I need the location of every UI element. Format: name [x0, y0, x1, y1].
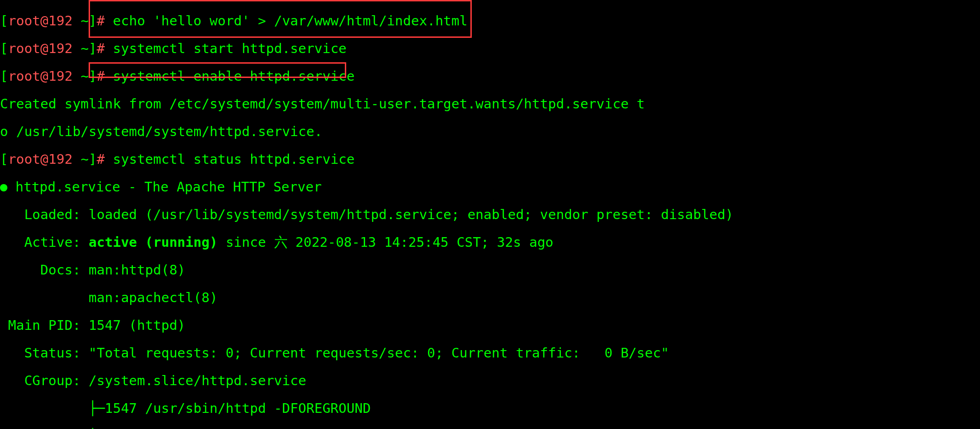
command-echo: echo 'hello word' > /var/www/html/index.… [113, 13, 468, 29]
cmd-line-2: [root@192 ~]# systemctl start httpd.serv… [0, 42, 980, 55]
status-mainpid: Main PID: 1547 (httpd) [0, 318, 980, 332]
terminal-window[interactable]: [root@192 ~]# echo 'hello word' > /var/w… [0, 0, 980, 429]
symlink-output-b: o /usr/lib/systemd/system/httpd.service. [0, 125, 980, 138]
cmd-line-4: [root@192 ~]# systemctl status httpd.ser… [0, 152, 980, 166]
status-statusline: Status: "Total requests: 0; Current requ… [0, 346, 980, 360]
cmd-line-3: [root@192 ~]# systemctl enable httpd.ser… [0, 69, 980, 83]
status-active: Active: active (running) since 六 2022-08… [0, 235, 980, 249]
active-state: active (running) [89, 234, 217, 250]
command-enable: systemctl enable httpd.service [113, 68, 355, 84]
status-loaded: Loaded: loaded (/usr/lib/systemd/system/… [0, 208, 980, 221]
symlink-output-a: Created symlink from /etc/systemd/system… [0, 97, 980, 111]
command-start: systemctl start httpd.service [113, 41, 347, 56]
status-docs1: Docs: man:httpd(8) [0, 263, 980, 277]
status-cgroup: CGroup: /system.slice/httpd.service [0, 374, 980, 387]
status-unit: httpd.service - The Apache HTTP Server [0, 180, 980, 194]
active-dot-icon [0, 184, 7, 191]
command-status: systemctl status httpd.service [113, 151, 355, 167]
status-docs2: man:apachectl(8) [0, 291, 980, 304]
cgroup-proc-1: ├─1547 /usr/sbin/httpd -DFOREGROUND [0, 401, 980, 415]
prompt-user: root@192 [8, 13, 72, 29]
cmd-line-1: [root@192 ~]# echo 'hello word' > /var/w… [0, 14, 980, 28]
